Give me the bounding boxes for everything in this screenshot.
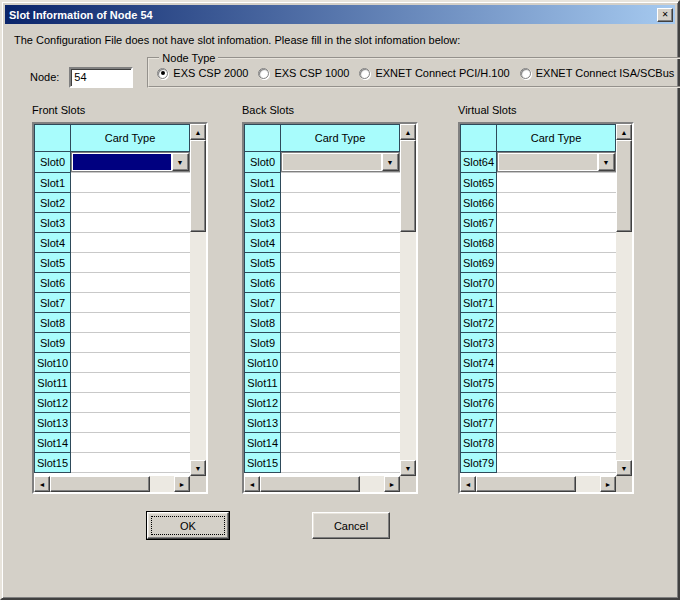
card-type-cell[interactable] bbox=[281, 333, 400, 353]
combobox-dropdown-button[interactable]: ▼ bbox=[172, 153, 189, 171]
radio-button-icon[interactable] bbox=[359, 68, 370, 79]
card-type-cell[interactable] bbox=[281, 173, 400, 193]
card-type-cell[interactable] bbox=[71, 293, 190, 313]
card-type-cell[interactable] bbox=[281, 433, 400, 453]
card-type-cell[interactable] bbox=[71, 193, 190, 213]
scroll-left-button[interactable]: ◄ bbox=[34, 476, 50, 492]
radio-button-icon[interactable] bbox=[157, 68, 168, 79]
scroll-up-button[interactable]: ▲ bbox=[616, 124, 632, 140]
vertical-scroll-track[interactable] bbox=[190, 232, 206, 460]
card-type-cell[interactable] bbox=[497, 193, 616, 213]
horizontal-scroll-thumb[interactable] bbox=[260, 476, 360, 492]
card-type-cell[interactable] bbox=[71, 233, 190, 253]
vertical-scroll-track[interactable] bbox=[400, 232, 416, 460]
card-type-cell[interactable] bbox=[281, 253, 400, 273]
vertical-scroll-thumb[interactable] bbox=[616, 140, 632, 232]
card-type-cell[interactable] bbox=[71, 253, 190, 273]
card-type-cell[interactable] bbox=[281, 273, 400, 293]
horizontal-scrollbar[interactable]: ◄► bbox=[460, 476, 616, 492]
vertical-scroll-thumb[interactable] bbox=[190, 140, 206, 232]
card-type-cell[interactable] bbox=[71, 333, 190, 353]
card-type-cell[interactable] bbox=[71, 213, 190, 233]
card-type-cell[interactable] bbox=[497, 173, 616, 193]
scroll-down-button[interactable]: ▼ bbox=[616, 460, 632, 476]
scroll-up-button[interactable]: ▲ bbox=[190, 124, 206, 140]
card-type-cell[interactable] bbox=[497, 433, 616, 453]
combobox-dropdown-button[interactable]: ▼ bbox=[598, 153, 615, 171]
card-type-cell[interactable] bbox=[281, 353, 400, 373]
card-type-cell[interactable] bbox=[281, 293, 400, 313]
card-type-cell[interactable] bbox=[71, 433, 190, 453]
card-type-cell[interactable] bbox=[281, 213, 400, 233]
card-type-cell[interactable]: ▼ bbox=[497, 152, 616, 173]
ok-button[interactable]: OK bbox=[147, 512, 229, 539]
radio-option-exnet-connect-pci-h-100[interactable]: EXNET Connect PCI/H.100 bbox=[359, 67, 509, 79]
card-type-cell[interactable]: ▼ bbox=[281, 152, 400, 173]
card-type-cell[interactable] bbox=[281, 313, 400, 333]
grid-section-label: Front Slots bbox=[32, 104, 208, 116]
card-type-cell[interactable] bbox=[71, 393, 190, 413]
card-type-cell[interactable] bbox=[497, 353, 616, 373]
card-type-cell[interactable] bbox=[497, 213, 616, 233]
horizontal-scroll-track[interactable] bbox=[360, 476, 384, 492]
radio-option-exnet-connect-isa-scbus[interactable]: EXNET Connect ISA/SCBus bbox=[520, 67, 675, 79]
card-type-cell[interactable] bbox=[71, 353, 190, 373]
card-type-combobox[interactable]: ▼ bbox=[71, 152, 190, 172]
card-type-cell[interactable] bbox=[281, 233, 400, 253]
card-type-cell[interactable] bbox=[497, 233, 616, 253]
close-button[interactable]: ✕ bbox=[657, 8, 673, 22]
card-type-cell[interactable] bbox=[281, 393, 400, 413]
card-type-cell[interactable] bbox=[281, 453, 400, 473]
vertical-scroll-track[interactable] bbox=[616, 232, 632, 460]
card-type-cell[interactable] bbox=[497, 313, 616, 333]
vertical-scrollbar[interactable]: ▲▼ bbox=[616, 124, 632, 476]
radio-option-exs-csp-2000[interactable]: EXS CSP 2000 bbox=[157, 67, 248, 79]
node-input[interactable] bbox=[69, 67, 133, 88]
combobox-dropdown-button[interactable]: ▼ bbox=[382, 153, 399, 171]
vertical-scroll-thumb[interactable] bbox=[400, 140, 416, 232]
card-type-cell[interactable] bbox=[497, 373, 616, 393]
slot-row: Slot6 bbox=[245, 273, 400, 293]
card-type-cell[interactable] bbox=[71, 273, 190, 293]
card-type-cell[interactable] bbox=[497, 413, 616, 433]
card-type-cell[interactable] bbox=[71, 373, 190, 393]
card-type-cell[interactable] bbox=[71, 313, 190, 333]
scroll-down-button[interactable]: ▼ bbox=[400, 460, 416, 476]
card-type-cell[interactable] bbox=[497, 253, 616, 273]
horizontal-scroll-track[interactable] bbox=[576, 476, 600, 492]
card-type-cell[interactable] bbox=[497, 293, 616, 313]
slot-row: Slot8 bbox=[245, 313, 400, 333]
radio-button-icon[interactable] bbox=[520, 68, 531, 79]
scroll-down-button[interactable]: ▼ bbox=[190, 460, 206, 476]
horizontal-scrollbar[interactable]: ◄► bbox=[34, 476, 190, 492]
horizontal-scroll-track[interactable] bbox=[150, 476, 174, 492]
card-type-cell[interactable] bbox=[497, 333, 616, 353]
card-type-cell[interactable] bbox=[71, 413, 190, 433]
card-type-cell[interactable]: ▼ bbox=[71, 152, 190, 173]
vertical-scrollbar[interactable]: ▲▼ bbox=[400, 124, 416, 476]
cancel-button[interactable]: Cancel bbox=[312, 512, 390, 539]
radio-option-exs-csp-1000[interactable]: EXS CSP 1000 bbox=[258, 67, 349, 79]
horizontal-scrollbar[interactable]: ◄► bbox=[244, 476, 400, 492]
card-type-cell[interactable] bbox=[71, 173, 190, 193]
card-type-cell[interactable] bbox=[281, 413, 400, 433]
card-type-cell[interactable] bbox=[281, 373, 400, 393]
scroll-up-button[interactable]: ▲ bbox=[400, 124, 416, 140]
horizontal-scroll-thumb[interactable] bbox=[50, 476, 150, 492]
scroll-left-button[interactable]: ◄ bbox=[460, 476, 476, 492]
horizontal-scroll-thumb[interactable] bbox=[476, 476, 576, 492]
scroll-left-button[interactable]: ◄ bbox=[244, 476, 260, 492]
card-type-cell[interactable] bbox=[71, 453, 190, 473]
radio-button-icon[interactable] bbox=[258, 68, 269, 79]
card-type-cell[interactable] bbox=[497, 453, 616, 473]
card-type-combobox[interactable]: ▼ bbox=[497, 152, 616, 172]
scroll-right-button[interactable]: ► bbox=[174, 476, 190, 492]
card-type-cell[interactable] bbox=[281, 193, 400, 213]
title-bar[interactable]: Slot Information of Node 54 ✕ bbox=[5, 5, 675, 24]
vertical-scrollbar[interactable]: ▲▼ bbox=[190, 124, 206, 476]
scroll-right-button[interactable]: ► bbox=[384, 476, 400, 492]
scroll-right-button[interactable]: ► bbox=[600, 476, 616, 492]
card-type-combobox[interactable]: ▼ bbox=[281, 152, 400, 172]
card-type-cell[interactable] bbox=[497, 393, 616, 413]
card-type-cell[interactable] bbox=[497, 273, 616, 293]
